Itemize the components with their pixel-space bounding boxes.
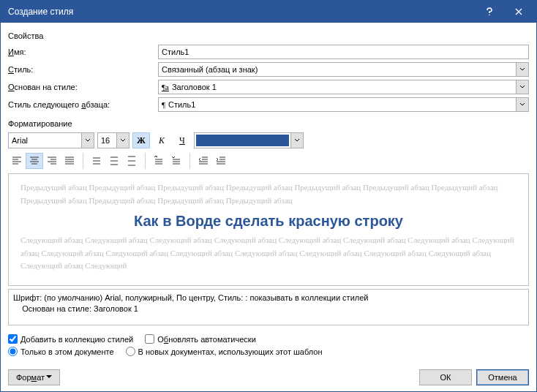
name-input[interactable] [158,45,529,59]
chevron-down-icon[interactable] [116,132,129,148]
formatting-section-label: Форматирование [8,119,529,128]
auto-update-input[interactable] [145,334,154,344]
line-spacing-1-5-button[interactable] [105,153,123,169]
align-center-button[interactable] [26,153,43,169]
spacing-before-dec-button[interactable] [168,153,185,169]
align-left-button[interactable] [8,153,26,169]
properties-section-label: Свойства [8,31,529,40]
bold-button[interactable]: Ж [132,132,150,148]
pilcrow-icon: ¶a [162,83,169,91]
based-on-combo[interactable]: ¶aЗаголовок 1 [158,80,529,94]
next-style-label: Стиль следующего абзаца: [8,100,158,109]
cancel-button[interactable]: Отмена [476,369,529,385]
summary-line-2: Основан на стиле: Заголовок 1 [13,304,524,314]
ok-button[interactable]: ОК [419,369,472,385]
color-swatch [194,132,290,148]
format-button[interactable]: Формат [8,369,60,385]
font-color-combo[interactable] [194,132,304,148]
italic-button[interactable]: К [153,132,170,148]
new-docs-radio[interactable]: В новых документах, использующих этот ша… [126,347,323,356]
font-size-combo[interactable]: 16 [97,132,129,148]
style-summary: Шрифт: (по умолчанию) Arial, полужирный,… [8,289,529,325]
next-style-value: ¶Стиль1 [158,97,516,112]
close-button[interactable] [504,1,533,23]
only-this-doc-input[interactable] [8,347,18,356]
line-spacing-2-button[interactable] [123,153,140,169]
font-name-combo[interactable]: Arial [8,132,94,148]
indent-decrease-button[interactable] [195,153,212,169]
auto-update-checkbox[interactable]: Обновлять автоматически [145,334,256,344]
summary-line-1: Шрифт: (по умолчанию) Arial, полужирный,… [13,293,524,304]
chevron-down-icon[interactable] [290,132,304,148]
help-button[interactable] [475,1,504,23]
titlebar: Создание стиля [1,1,536,23]
chevron-down-icon[interactable] [516,97,529,112]
spacing-before-inc-button[interactable] [150,153,168,169]
dialog-title: Создание стиля [8,7,475,17]
preview-sample-text: Как в Ворде сделать красную строку [20,213,517,230]
based-on-label: Основан на стиле: [8,83,158,91]
chevron-down-icon[interactable] [81,132,94,148]
align-right-button[interactable] [43,153,61,169]
indent-increase-button[interactable] [212,153,230,169]
add-to-gallery-input[interactable] [8,334,18,344]
style-type-value: Связанный (абзац и знак) [158,62,516,77]
based-on-value: ¶aЗаголовок 1 [158,80,516,94]
style-type-label: Стиль: [8,65,158,74]
next-style-combo[interactable]: ¶Стиль1 [158,97,529,112]
name-label: Имя: [8,48,158,56]
preview-previous-text: Предыдущий абзац Предыдущий абзац Предыд… [20,181,517,207]
chevron-down-icon [46,375,52,380]
align-justify-button[interactable] [61,153,78,169]
new-docs-input[interactable] [126,347,135,356]
pilcrow-icon: ¶ [162,100,165,109]
chevron-down-icon[interactable] [516,62,529,77]
style-preview: Предыдущий абзац Предыдущий абзац Предыд… [8,173,529,286]
underline-button[interactable]: Ч [173,132,191,148]
line-spacing-1-button[interactable] [88,153,105,169]
add-to-gallery-checkbox[interactable]: Добавить в коллекцию стилей [8,334,133,344]
chevron-down-icon[interactable] [516,80,529,94]
preview-next-text: Следующий абзац Следующий абзац Следующи… [20,234,517,273]
style-type-combo[interactable]: Связанный (абзац и знак) [158,62,529,77]
dialog-window: Создание стиля Свойства Имя: Стиль: Связ… [0,0,537,392]
only-this-doc-radio[interactable]: Только в этом документе [8,347,114,356]
